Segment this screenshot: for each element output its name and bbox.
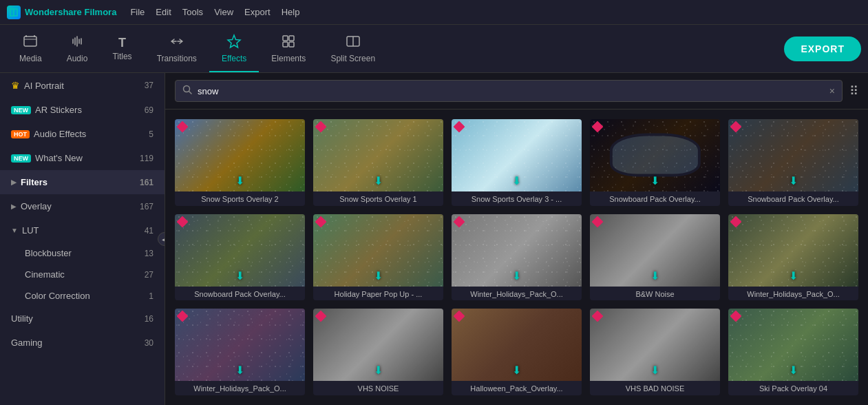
- toolbar-transitions[interactable]: Transitions: [145, 25, 209, 72]
- effect-thumb-e1: ⬇: [175, 119, 305, 191]
- toolbar-effects[interactable]: Effects: [209, 25, 259, 72]
- download-icon-e6: ⬇: [235, 269, 244, 282]
- menu-file[interactable]: File: [130, 7, 145, 17]
- crown-icon: ♛: [11, 80, 20, 91]
- sidebar-color-correction-label: Color Correction: [25, 291, 149, 301]
- search-clear-icon[interactable]: ×: [829, 85, 835, 96]
- effect-thumb-e4: ⬇: [590, 119, 720, 191]
- expand-filters-icon: ▶: [11, 178, 17, 186]
- sidebar-item-ar-stickers[interactable]: NEW AR Stickers 69: [0, 98, 165, 122]
- svg-rect-3: [25, 35, 27, 37]
- toolbar-titles[interactable]: T Titles: [100, 25, 144, 72]
- effect-card-e5[interactable]: ⬇ Snowboard Pack Overlay...: [728, 119, 858, 206]
- effect-name-e3: Snow Sports Overlay 3 - ...: [452, 191, 582, 206]
- sidebar-item-audio-effects[interactable]: HOT Audio Effects 5: [0, 122, 165, 146]
- effect-name-e10: Winter_Holidays_Pack_O...: [728, 287, 858, 301]
- sidebar-item-utility[interactable]: Utility 16: [0, 307, 165, 331]
- download-icon-e15: ⬇: [789, 364, 798, 377]
- svg-rect-6: [283, 36, 288, 41]
- search-input[interactable]: [198, 86, 824, 96]
- sidebar-gaming-label: Gaming: [11, 338, 145, 348]
- effect-card-e4[interactable]: ⬇ Snowboard Pack Overlay...: [590, 119, 720, 206]
- effect-name-e8: Winter_Holidays_Pack_O...: [452, 287, 582, 301]
- effect-card-e15[interactable]: ⬇ Ski Pack Overlay 04: [728, 309, 858, 395]
- effect-name-e12: VHS NOISE: [313, 381, 443, 395]
- sidebar-item-ai-portrait[interactable]: ♛ AI Portrait 37: [0, 73, 165, 98]
- effect-card-e11[interactable]: ⬇ Winter_Holidays_Pack_O...: [175, 309, 305, 395]
- premium-badge-e9: [592, 216, 604, 227]
- toolbar-media-label: Media: [19, 54, 42, 63]
- grid-toggle-icon[interactable]: ⠿: [849, 83, 858, 98]
- sidebar-item-gaming[interactable]: Gaming 30: [0, 331, 165, 355]
- effect-thumb-e11: ⬇: [175, 309, 305, 381]
- search-input-wrapper[interactable]: ×: [175, 80, 843, 102]
- menu-help[interactable]: Help: [282, 7, 300, 17]
- effect-thumb-e15: ⬇: [728, 309, 858, 381]
- effect-card-e14[interactable]: ⬇ VHS BAD NOISE: [590, 309, 720, 395]
- sidebar-gaming-count: 30: [145, 338, 154, 348]
- toolbar-audio[interactable]: Audio: [54, 25, 100, 72]
- premium-badge-e14: [592, 311, 604, 322]
- sidebar-sub-item-blockbuster[interactable]: Blockbuster 13: [0, 242, 165, 264]
- effect-card-e2[interactable]: ⬇ Snow Sports Overlay 1: [313, 119, 443, 206]
- effect-thumb-e5: ⬇: [728, 119, 858, 191]
- effect-name-e6: Snowboard Pack Overlay...: [175, 287, 305, 301]
- effect-thumb-e2: ⬇: [313, 119, 443, 191]
- sidebar-item-filters[interactable]: ▶ Filters 161: [0, 170, 165, 194]
- toolbar-audio-label: Audio: [67, 54, 88, 63]
- toolbar-media[interactable]: Media: [7, 25, 54, 72]
- menu-tools[interactable]: Tools: [182, 7, 203, 17]
- menu-bar: Wondershare Filmora File Edit Tools View…: [0, 0, 868, 25]
- sidebar-whats-new-label: What's New: [35, 153, 140, 163]
- elements-icon: [281, 34, 296, 51]
- menu-export[interactable]: Export: [244, 7, 271, 17]
- svg-rect-4: [34, 35, 35, 37]
- content-area: × ⠿ ⬇ Snow Sports Overlay 2 ⬇ Snow Sport…: [165, 73, 868, 405]
- sidebar-overlay-count: 167: [140, 202, 154, 211]
- effect-card-e8[interactable]: ⬇ Winter_Holidays_Pack_O...: [452, 214, 582, 301]
- effect-card-e6[interactable]: ⬇ Snowboard Pack Overlay...: [175, 214, 305, 301]
- app-name: Wondershare Filmora: [25, 7, 116, 17]
- sidebar-blockbuster-label: Blockbuster: [25, 248, 145, 258]
- sidebar-whats-new-count: 119: [140, 154, 154, 163]
- toolbar-split-screen[interactable]: Split Screen: [318, 25, 388, 72]
- hot-badge-audio: HOT: [11, 130, 30, 138]
- download-icon-e7: ⬇: [374, 269, 383, 282]
- menu-view[interactable]: View: [214, 7, 233, 17]
- search-bar: × ⠿: [165, 73, 868, 110]
- effect-thumb-e10: ⬇: [728, 214, 858, 287]
- app-logo: Wondershare Filmora: [7, 6, 116, 19]
- effect-card-e10[interactable]: ⬇ Winter_Holidays_Pack_O...: [728, 214, 858, 301]
- media-icon: [23, 34, 38, 51]
- effect-card-e12[interactable]: ⬇ VHS NOISE: [313, 309, 443, 395]
- sidebar-sub-item-cinematic[interactable]: Cinematic 27: [0, 264, 165, 285]
- effect-thumb-e8: ⬇: [452, 214, 582, 287]
- sidebar-sub-item-color-correction[interactable]: Color Correction 1: [0, 285, 165, 307]
- toolbar-elements-label: Elements: [271, 54, 306, 63]
- effect-card-e9[interactable]: ⬇ B&W Noise: [590, 214, 720, 301]
- effect-card-e7[interactable]: ⬇ Holiday Paper Pop Up - ...: [313, 214, 443, 301]
- toolbar-titles-label: Titles: [112, 52, 131, 61]
- main-area: ♛ AI Portrait 37 NEW AR Stickers 69 HOT …: [0, 73, 868, 405]
- expand-lut-icon: ▼: [11, 227, 18, 234]
- download-icon-e11: ⬇: [235, 364, 244, 377]
- effects-grid: ⬇ Snow Sports Overlay 2 ⬇ Snow Sports Ov…: [165, 110, 868, 405]
- effect-card-e13[interactable]: ⬇ Halloween_Pack_Overlay...: [452, 309, 582, 395]
- effect-card-e3[interactable]: ⬇ Snow Sports Overlay 3 - ...: [452, 119, 582, 206]
- audio-icon: [70, 34, 85, 51]
- toolbar: Media Audio T Titles Transitions Effects…: [0, 25, 868, 73]
- effect-name-e2: Snow Sports Overlay 1: [313, 191, 443, 206]
- menu-edit[interactable]: Edit: [156, 7, 171, 17]
- sidebar-utility-count: 16: [145, 314, 154, 324]
- sidebar-item-overlay[interactable]: ▶ Overlay 167: [0, 194, 165, 218]
- effects-icon: [226, 34, 242, 51]
- export-button[interactable]: EXPORT: [784, 37, 861, 61]
- effect-card-e1[interactable]: ⬇ Snow Sports Overlay 2: [175, 119, 305, 206]
- svg-rect-7: [289, 36, 294, 41]
- svg-rect-2: [24, 37, 36, 46]
- sidebar-item-whats-new[interactable]: NEW What's New 119: [0, 146, 165, 170]
- sidebar-lut-label: LUT: [22, 225, 145, 236]
- sidebar-item-lut[interactable]: ▼ LUT 41: [0, 218, 165, 242]
- toolbar-elements[interactable]: Elements: [259, 25, 318, 72]
- svg-rect-9: [289, 42, 294, 47]
